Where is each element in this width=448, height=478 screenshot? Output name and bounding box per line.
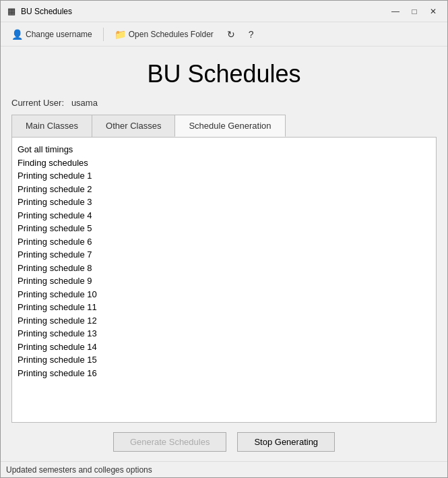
log-line: Printing schedule 11 (18, 301, 430, 314)
minimize-button[interactable]: — (387, 5, 404, 18)
window-title: BU Schedules (21, 7, 387, 16)
window-controls: — □ ✕ (387, 5, 442, 18)
current-user-value: usama (71, 98, 98, 108)
change-username-menu-item[interactable]: 👤 Change username (6, 26, 98, 42)
change-username-label: Change username (26, 30, 92, 39)
maximize-button[interactable]: □ (406, 5, 423, 18)
buttons-row: Generate Schedules Stop Generating (1, 423, 447, 461)
log-line: Printing schedule 9 (18, 274, 430, 288)
help-menu-item[interactable]: ? (243, 26, 259, 42)
log-line: Printing schedule 13 (18, 327, 430, 340)
tab-other-classes[interactable]: Other Classes (92, 115, 175, 137)
log-line: Printing schedule 1 (18, 169, 430, 183)
refresh-icon: ↻ (227, 29, 235, 40)
log-line: Printing schedule 10 (18, 288, 430, 301)
main-window: ▦ BU Schedules — □ ✕ 👤 Change username 📁… (0, 0, 448, 478)
open-folder-icon: 📁 (115, 29, 126, 40)
tab-main-classes[interactable]: Main Classes (11, 115, 92, 137)
current-user-label: Current User: (11, 98, 64, 108)
log-line: Printing schedule 2 (18, 183, 430, 196)
log-line: Finding schedules (18, 156, 430, 170)
title-bar: ▦ BU Schedules — □ ✕ (1, 1, 447, 22)
log-line: Printing schedule 5 (18, 222, 430, 235)
log-line: Printing schedule 15 (18, 353, 430, 367)
menu-bar: 👤 Change username 📁 Open Schedules Folde… (1, 22, 447, 47)
content-area: BU Schedules Current User: usama Main Cl… (1, 47, 447, 461)
log-line: Printing schedule 6 (18, 235, 430, 249)
log-line: Printing schedule 3 (18, 196, 430, 209)
tab-schedule-generation[interactable]: Schedule Generation (174, 115, 285, 137)
log-area[interactable]: Got all timingsFinding schedulesPrinting… (12, 138, 436, 422)
log-line: Printing schedule 16 (18, 367, 430, 380)
log-line: Printing schedule 14 (18, 340, 430, 354)
log-line: Printing schedule 7 (18, 248, 430, 262)
open-folder-menu-item[interactable]: 📁 Open Schedules Folder (109, 26, 219, 42)
generate-schedules-button[interactable]: Generate Schedules (113, 432, 227, 452)
app-icon: ▦ (6, 6, 17, 17)
current-user-row: Current User: usama (1, 95, 447, 115)
status-bar: Updated semesters and colleges options (1, 461, 447, 477)
open-folder-label: Open Schedules Folder (129, 30, 214, 39)
change-username-icon: 👤 (11, 29, 23, 40)
log-line: Printing schedule 8 (18, 262, 430, 275)
close-button[interactable]: ✕ (424, 5, 442, 18)
status-message: Updated semesters and colleges options (6, 465, 152, 475)
app-title: BU Schedules (1, 47, 447, 95)
refresh-menu-item[interactable]: ↻ (222, 26, 241, 42)
help-icon: ? (249, 29, 254, 40)
log-line: Printing schedule 4 (18, 209, 430, 222)
stop-generating-button[interactable]: Stop Generating (237, 432, 335, 452)
main-panel: Got all timingsFinding schedulesPrinting… (11, 137, 437, 423)
menu-separator-1 (103, 28, 104, 41)
log-line: Printing schedule 12 (18, 314, 430, 328)
log-line: Got all timings (18, 143, 430, 156)
tabs-container: Main Classes Other Classes Schedule Gene… (11, 115, 437, 137)
